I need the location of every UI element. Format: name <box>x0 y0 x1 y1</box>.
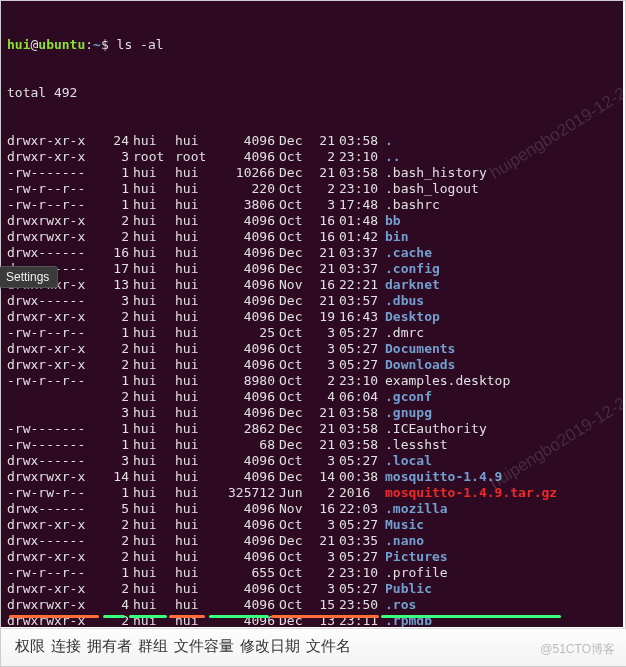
prompt-symbol: $ <box>101 37 117 53</box>
col-month: Dec <box>279 469 311 485</box>
col-group: hui <box>175 357 213 373</box>
footer-label: 修改日期 <box>240 637 300 654</box>
col-group: hui <box>175 485 213 501</box>
listing-row: drwx------16huihui4096Dec2103:37.cache <box>7 245 617 261</box>
col-group: hui <box>175 437 213 453</box>
listing-row: drwx------3huihui4096Oct305:27.local <box>7 453 617 469</box>
col-perm: -rw-r--r-- <box>7 197 101 213</box>
col-day: 15 <box>311 597 339 613</box>
listing-row: drwx------5huihui4096Nov1622:03.mozilla <box>7 501 617 517</box>
col-time: 23:50 <box>339 597 385 613</box>
listing-row: -rw-------1huihui10266Dec2103:58.bash_hi… <box>7 165 617 181</box>
col-perm: drwx------ <box>7 293 101 309</box>
col-group: hui <box>175 389 213 405</box>
file-name: .dmrc <box>385 325 617 341</box>
col-day: 16 <box>311 229 339 245</box>
col-perm: -rw-r--r-- <box>7 565 101 581</box>
col-group: hui <box>175 405 213 421</box>
col-owner: hui <box>133 261 175 277</box>
col-owner: hui <box>133 213 175 229</box>
footer-bar: 权限连接拥有者群组文件容量修改日期文件名 @51CTO博客 <box>1 628 626 666</box>
col-size: 325712 <box>213 485 279 501</box>
col-owner: hui <box>133 357 175 373</box>
col-links: 1 <box>101 373 133 389</box>
col-group: hui <box>175 549 213 565</box>
file-name: .bashrc <box>385 197 617 213</box>
listing-row: -rw-r--r--1huihui220Oct223:10.bash_logou… <box>7 181 617 197</box>
col-day: 3 <box>311 325 339 341</box>
col-day: 21 <box>311 437 339 453</box>
col-month: Dec <box>279 533 311 549</box>
col-time: 03:58 <box>339 405 385 421</box>
col-links: 3 <box>101 453 133 469</box>
col-perm: drwxr-xr-x <box>7 581 101 597</box>
listing-row: drwx------2huihui4096Dec2103:35.nano <box>7 533 617 549</box>
col-size: 4096 <box>213 581 279 597</box>
col-owner: hui <box>133 229 175 245</box>
col-size: 4096 <box>213 597 279 613</box>
col-owner: hui <box>133 389 175 405</box>
settings-tooltip[interactable]: Settings <box>0 266 58 288</box>
col-group: hui <box>175 277 213 293</box>
listing-row: drwxr-xr-x2huihui4096Oct305:27Music <box>7 517 617 533</box>
file-listing: drwxr-xr-x24huihui4096Dec2103:58.drwxr-x… <box>7 133 617 627</box>
col-owner: hui <box>133 421 175 437</box>
col-links: 4 <box>101 597 133 613</box>
file-name: .profile <box>385 565 617 581</box>
col-links: 1 <box>101 181 133 197</box>
col-day: 16 <box>311 501 339 517</box>
col-perm: drwxrwxr-x <box>7 213 101 229</box>
footer-label: 权限 <box>15 637 45 654</box>
col-owner: hui <box>133 165 175 181</box>
col-month: Oct <box>279 389 311 405</box>
listing-row: -rw-r--r--1huihui3806Oct317:48.bashrc <box>7 197 617 213</box>
col-size: 4096 <box>213 469 279 485</box>
col-group: hui <box>175 325 213 341</box>
file-name: .local <box>385 453 617 469</box>
col-time: 16:43 <box>339 309 385 325</box>
col-owner: hui <box>133 181 175 197</box>
col-links: 17 <box>101 261 133 277</box>
col-month: Dec <box>279 245 311 261</box>
col-group: hui <box>175 293 213 309</box>
col-month: Oct <box>279 357 311 373</box>
col-owner: hui <box>133 293 175 309</box>
col-owner: hui <box>133 341 175 357</box>
col-links: 16 <box>101 245 133 261</box>
file-name: .dbus <box>385 293 617 309</box>
col-month: Dec <box>279 165 311 181</box>
col-group: hui <box>175 133 213 149</box>
col-links: 2 <box>101 341 133 357</box>
file-name: .nano <box>385 533 617 549</box>
col-links: 13 <box>101 277 133 293</box>
file-name: Public <box>385 581 617 597</box>
col-group: hui <box>175 309 213 325</box>
col-owner: hui <box>133 613 175 627</box>
col-perm: drwxr-xr-x <box>7 517 101 533</box>
file-name: .config <box>385 261 617 277</box>
col-links: 14 <box>101 469 133 485</box>
col-size: 4096 <box>213 309 279 325</box>
col-time: 22:21 <box>339 277 385 293</box>
col-time: 05:27 <box>339 357 385 373</box>
col-links: 1 <box>101 485 133 501</box>
col-time: 23:11 <box>339 613 385 627</box>
terminal-window[interactable]: hui@ubuntu:~$ ls -al total 492 drwxr-xr-… <box>1 1 623 627</box>
col-day: 16 <box>311 213 339 229</box>
file-name: .gconf <box>385 389 617 405</box>
col-time: 03:58 <box>339 165 385 181</box>
col-day: 3 <box>311 341 339 357</box>
file-name: Pictures <box>385 549 617 565</box>
listing-row: drwxrwxr-x4huihui4096Oct1523:50.ros <box>7 597 617 613</box>
col-perm: drwx------ <box>7 533 101 549</box>
col-month: Dec <box>279 309 311 325</box>
col-month: Oct <box>279 229 311 245</box>
col-time: 05:27 <box>339 325 385 341</box>
col-day: 2 <box>311 181 339 197</box>
listing-row: drwxrwxr-x2huihui4096Dec1323:11.rpmdb <box>7 613 617 627</box>
listing-row: drwxr-xr-x2huihui4096Dec1916:43Desktop <box>7 309 617 325</box>
col-time: 05:27 <box>339 549 385 565</box>
col-owner: hui <box>133 437 175 453</box>
col-owner: hui <box>133 501 175 517</box>
col-month: Oct <box>279 517 311 533</box>
